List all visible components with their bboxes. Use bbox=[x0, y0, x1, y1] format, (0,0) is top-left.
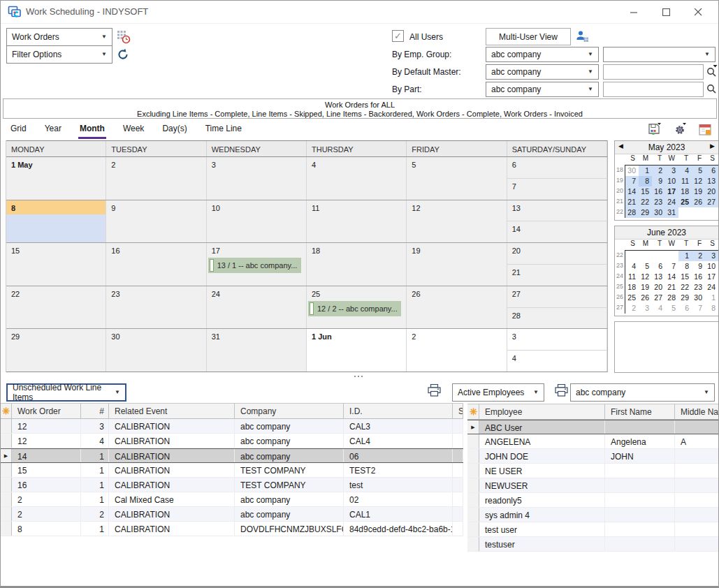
calendar-weekend-cell[interactable]: 1314 bbox=[507, 200, 607, 243]
mini-day[interactable]: 19 bbox=[639, 282, 652, 293]
mini-day[interactable]: 10 bbox=[665, 176, 678, 186]
default-master-company-dropdown[interactable]: abc company ▼ bbox=[486, 64, 599, 80]
table-row[interactable]: 123CALIBRATIONabc companyCAL3 bbox=[1, 419, 463, 434]
settings-gear-icon[interactable] bbox=[672, 122, 688, 137]
tab-grid[interactable]: Grid bbox=[9, 119, 28, 139]
close-button[interactable] bbox=[682, 1, 714, 23]
weekend-bottom-half[interactable]: 28 bbox=[507, 308, 607, 329]
mini-day[interactable]: 8 bbox=[639, 176, 652, 186]
mini-day[interactable]: 3 bbox=[665, 166, 678, 176]
table-row[interactable]: 81CALIBRATIONDOVDLFHCNMZJBUXSLFCGNL84d9c… bbox=[1, 522, 463, 536]
calendar-day-cell[interactable]: 18 bbox=[307, 243, 407, 286]
mini-day[interactable]: 22 bbox=[678, 282, 692, 293]
maximize-button[interactable] bbox=[650, 1, 682, 23]
mini-day[interactable]: 16 bbox=[692, 272, 705, 282]
weekend-bottom-half[interactable]: 4 bbox=[507, 351, 607, 372]
table-row[interactable]: sys admin 4 bbox=[467, 508, 719, 522]
mini-day[interactable]: 20 bbox=[705, 186, 718, 197]
refresh-icon[interactable] bbox=[117, 48, 129, 61]
multi-user-icon[interactable] bbox=[575, 30, 589, 43]
mini-day[interactable]: 30 bbox=[692, 293, 705, 303]
calendar-event[interactable]: 13 / 1 -- abc company... bbox=[208, 258, 301, 273]
search-dropdown-icon[interactable] bbox=[706, 64, 718, 78]
mini-day[interactable]: 15 bbox=[678, 272, 692, 282]
mini-day[interactable]: 7 bbox=[692, 303, 705, 314]
mini-day[interactable]: 24 bbox=[665, 197, 678, 207]
active-employees-dropdown[interactable]: Active Employees ▼ bbox=[452, 383, 544, 402]
grid-column-header-work-order[interactable]: Work Order bbox=[12, 404, 81, 418]
mini-day[interactable]: 2 bbox=[652, 166, 665, 176]
table-row[interactable]: readonly5 bbox=[467, 493, 719, 508]
mini-day[interactable]: 17 bbox=[705, 272, 718, 282]
mini-day[interactable]: 12 bbox=[692, 176, 705, 186]
mini-day[interactable]: 21 bbox=[665, 282, 678, 293]
all-users-checkbox[interactable]: ✓ bbox=[392, 30, 404, 42]
grid-column-header-company[interactable]: Company bbox=[235, 404, 344, 418]
tab-month[interactable]: Month bbox=[78, 119, 106, 139]
calendar-day-cell[interactable]: 15 bbox=[6, 243, 106, 286]
mini-day[interactable]: 18 bbox=[625, 282, 639, 293]
table-row[interactable]: NEWUSER bbox=[467, 478, 719, 493]
mini-day[interactable]: 14 bbox=[665, 272, 678, 282]
calendar-day-cell[interactable]: 1 Jun bbox=[307, 329, 407, 372]
mini-day[interactable]: 28 bbox=[625, 207, 639, 218]
mini-day[interactable]: 1 bbox=[639, 166, 652, 176]
tab-time-line[interactable]: Time Line bbox=[204, 119, 243, 139]
mini-day[interactable]: 16 bbox=[652, 186, 665, 197]
mini-day[interactable]: 17 bbox=[665, 186, 678, 197]
weekend-top-half[interactable]: 27 bbox=[507, 286, 607, 308]
mini-day[interactable]: 8 bbox=[678, 261, 692, 272]
mini-day[interactable]: 5 bbox=[692, 166, 705, 176]
mini-day[interactable]: 6 bbox=[678, 303, 692, 314]
calendar-day-cell[interactable]: 9 bbox=[106, 200, 206, 243]
mini-day[interactable]: 3 bbox=[639, 303, 652, 314]
calendar-day-cell[interactable]: 22 bbox=[6, 286, 106, 329]
mini-day[interactable]: 26 bbox=[639, 293, 652, 303]
mini-day[interactable]: 25 bbox=[625, 293, 639, 303]
calendar-day-cell[interactable]: 12 bbox=[407, 200, 507, 243]
mini-day[interactable]: 15 bbox=[639, 186, 652, 197]
table-row[interactable]: 22CALIBRATIONabc companyCAL1 bbox=[1, 507, 463, 522]
table-row[interactable]: JOHN DOEJOHN bbox=[467, 449, 719, 464]
mini-day[interactable]: 27 bbox=[705, 197, 718, 207]
mini-day[interactable]: 13 bbox=[652, 272, 665, 282]
emp-group-company-dropdown[interactable]: abc company ▼ bbox=[486, 47, 599, 62]
mini-day[interactable]: 4 bbox=[652, 303, 665, 314]
mini-day[interactable]: 7 bbox=[665, 261, 678, 272]
weekend-bottom-half[interactable]: 7 bbox=[507, 179, 607, 200]
mini-day[interactable]: 25 bbox=[678, 197, 692, 207]
mini-day[interactable]: 31 bbox=[665, 207, 678, 218]
mini-day[interactable]: 29 bbox=[639, 207, 652, 218]
mini-day[interactable]: 27 bbox=[652, 293, 665, 303]
calendar-day-cell[interactable]: 8 bbox=[6, 200, 106, 243]
mini-day[interactable]: 19 bbox=[692, 186, 705, 197]
mini-day[interactable]: 14 bbox=[625, 186, 639, 197]
calendar-weekend-cell[interactable]: 67 bbox=[507, 157, 607, 200]
save-layout-icon[interactable] bbox=[647, 122, 662, 137]
search-icon[interactable] bbox=[706, 82, 718, 95]
mini-day[interactable]: 30 bbox=[625, 166, 639, 176]
grid-column-header-[interactable]: # bbox=[81, 404, 109, 418]
mini-day[interactable]: 28 bbox=[665, 293, 678, 303]
mini-day[interactable]: 30 bbox=[652, 207, 665, 218]
emp-group-value-dropdown[interactable]: ▼ bbox=[603, 47, 716, 62]
mini-day[interactable]: 18 bbox=[678, 186, 692, 197]
grid-column-header-employee[interactable]: Employee bbox=[479, 404, 605, 419]
grid-column-header-related-event[interactable]: Related Event bbox=[109, 404, 235, 418]
tab-day-s[interactable]: Day(s) bbox=[161, 119, 188, 139]
print-work-items-icon[interactable] bbox=[428, 384, 441, 397]
table-row[interactable]: NE USER bbox=[467, 464, 719, 478]
calendar-day-cell[interactable]: 3 bbox=[207, 157, 307, 200]
mini-day[interactable]: 22 bbox=[639, 197, 652, 207]
weekend-top-half[interactable]: 13 bbox=[507, 200, 607, 222]
mini-day[interactable]: 9 bbox=[692, 261, 705, 272]
mini-day[interactable]: 23 bbox=[692, 282, 705, 293]
grid-column-header-s[interactable]: S bbox=[453, 404, 463, 418]
table-row[interactable]: ▶ABC User bbox=[467, 420, 719, 434]
calendar-weekend-cell[interactable]: 2021 bbox=[507, 243, 607, 286]
calendar-options-icon[interactable] bbox=[697, 122, 713, 137]
mini-day[interactable]: 11 bbox=[625, 272, 639, 282]
calendar-weekend-cell[interactable]: 2728 bbox=[507, 286, 607, 329]
mini-day[interactable]: 7 bbox=[625, 176, 639, 186]
grid-column-header-i-d[interactable]: I.D. bbox=[344, 404, 453, 418]
